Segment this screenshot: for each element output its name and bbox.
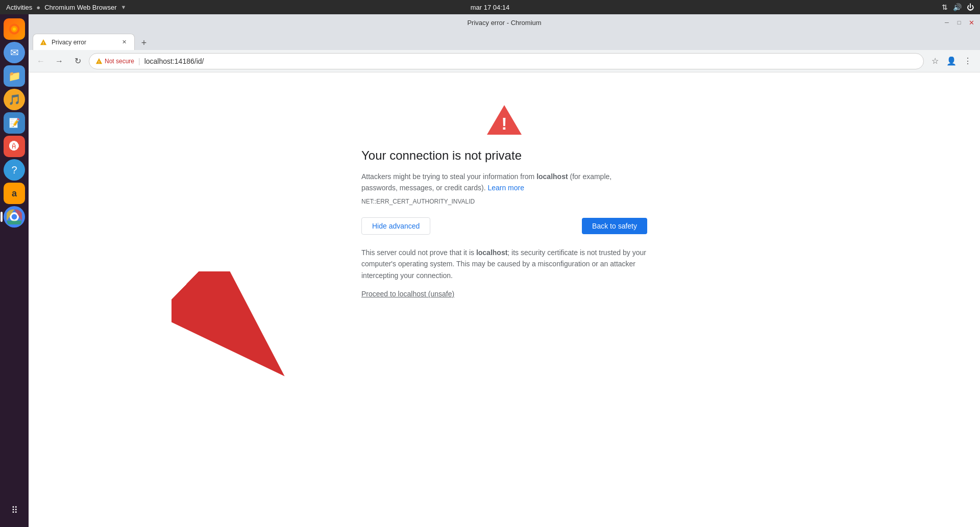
dock-help[interactable]: ? [4, 159, 25, 181]
close-button[interactable]: ✕ [967, 18, 976, 27]
back-button[interactable]: ← [34, 54, 48, 68]
error-description: Attackers might be trying to steal your … [361, 171, 647, 194]
warning-triangle-icon: ! [486, 103, 523, 136]
activities-button[interactable]: Activities [6, 4, 32, 11]
maximize-button[interactable]: □ [954, 18, 964, 27]
button-row: Hide advanced Back to safety [361, 217, 647, 235]
tab-favicon: ! [39, 38, 47, 46]
window-title: Privacy error - Chromium [467, 19, 541, 27]
warning-favicon: ! [40, 39, 47, 46]
menu-button[interactable]: ⋮ [961, 54, 975, 68]
dock-firefox[interactable] [4, 18, 25, 40]
volume-icon: 🔊 [953, 3, 962, 11]
tab-title: Privacy error [52, 39, 116, 46]
profile-button[interactable]: 👤 [944, 54, 959, 68]
address-bar: ← → ↻ ! Not secure | localhost:14186/id/… [29, 50, 980, 72]
new-tab-button[interactable]: + [137, 36, 151, 50]
svg-point-5 [12, 214, 17, 220]
minimize-button[interactable]: ─ [942, 18, 951, 27]
back-to-safety-button[interactable]: Back to safety [582, 218, 647, 234]
url-text: localhost:14186/id/ [144, 57, 204, 65]
active-tab[interactable]: ! Privacy error ✕ [33, 34, 135, 50]
hide-advanced-button[interactable]: Hide advanced [361, 217, 430, 235]
svg-line-11 [192, 287, 268, 361]
warning-icon: ! [95, 58, 103, 65]
dock: ✉ 📁 🎵 📝 🅐 ? a ⠿ [0, 14, 29, 527]
dock-rhythmbox[interactable]: 🎵 [4, 89, 25, 110]
error-desc-start: Attackers might be trying to steal your … [361, 172, 536, 181]
browser-window: Privacy error - Chromium ─ □ ✕ ! Privacy… [29, 14, 980, 527]
dock-amazon[interactable]: a [4, 183, 25, 204]
error-hostname: localhost [536, 172, 568, 181]
firefox-icon [8, 22, 21, 36]
bookmark-button[interactable]: ☆ [928, 54, 942, 68]
proceed-link[interactable]: Proceed to localhost (unsafe) [361, 290, 454, 298]
address-bar-right: ☆ 👤 ⋮ [928, 54, 975, 68]
error-title: Your connection is not private [361, 148, 647, 163]
window-controls: ─ □ ✕ [942, 18, 976, 27]
dock-chromium[interactable] [4, 206, 25, 228]
tab-bar: ! Privacy error ✕ + [29, 31, 980, 50]
url-separator: | [138, 57, 140, 65]
datetime-label: mar 17 04:14 [471, 4, 510, 11]
tab-close-button[interactable]: ✕ [120, 38, 128, 46]
title-bar: Privacy error - Chromium ─ □ ✕ [29, 14, 980, 31]
learn-more-link[interactable]: Learn more [487, 184, 524, 192]
error-container: ! Your connection is not private Attacke… [361, 103, 647, 298]
system-bar-left: Activities ● Chromium Web Browser ▼ [6, 4, 126, 11]
svg-point-2 [13, 28, 16, 31]
chromium-icon [7, 209, 22, 224]
app-name-label: Chromium Web Browser [44, 4, 116, 11]
system-bar: Activities ● Chromium Web Browser ▼ mar … [0, 0, 980, 14]
dock-files[interactable]: 📁 [4, 65, 25, 87]
forward-button[interactable]: → [52, 54, 66, 68]
advanced-hostname: localhost [476, 248, 507, 257]
page-content: ! Your connection is not private Attacke… [29, 72, 980, 527]
red-arrow-annotation [172, 271, 314, 379]
power-icon: ⏻ [967, 3, 974, 11]
svg-text:!: ! [43, 41, 44, 44]
svg-text:!: ! [501, 114, 507, 133]
svg-text:!: ! [99, 60, 100, 63]
network-icon: ⇅ [942, 3, 948, 11]
url-bar[interactable]: ! Not secure | localhost:14186/id/ [89, 53, 924, 69]
dock-mail[interactable]: ✉ [4, 42, 25, 63]
dock-writer[interactable]: 📝 [4, 112, 25, 134]
reload-button[interactable]: ↻ [70, 54, 85, 68]
dock-appstore[interactable]: 🅐 [4, 136, 25, 157]
advanced-text-start: This server could not prove that it is [361, 248, 476, 257]
advanced-text: This server could not prove that it is l… [361, 247, 647, 281]
dock-show-apps[interactable]: ⠿ [4, 499, 25, 521]
warning-icon-wrap: ! [361, 103, 647, 136]
error-code: NET::ERR_CERT_AUTHORITY_INVALID [361, 198, 647, 205]
system-tray: ⇅ 🔊 ⏻ [942, 3, 974, 11]
not-secure-indicator: ! Not secure [95, 58, 134, 65]
not-secure-label: Not secure [105, 58, 134, 65]
